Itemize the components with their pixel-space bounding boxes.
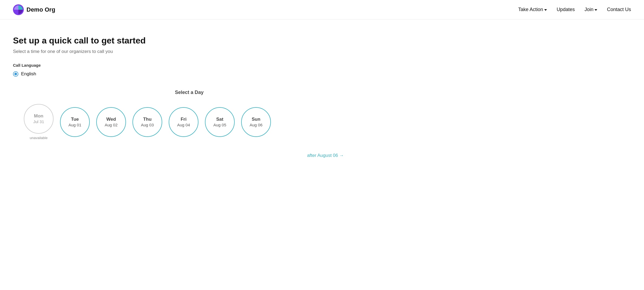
day-circle-mon-jul31: MonJul 31 — [24, 104, 54, 134]
language-option[interactable]: English — [13, 71, 366, 77]
day-date: Aug 06 — [250, 122, 263, 128]
days-container: MonJul 31unavailableTueAug 01WedAug 02Th… — [13, 104, 366, 140]
day-name: Fri — [181, 116, 187, 122]
updates-link[interactable]: Updates — [557, 7, 575, 12]
radio-inner-dot — [14, 73, 17, 75]
day-name: Mon — [34, 113, 44, 119]
after-link-container: after August 06 → — [13, 140, 366, 158]
day-date: Aug 05 — [213, 122, 226, 128]
chevron-down-icon — [544, 9, 547, 11]
day-date: Aug 04 — [177, 122, 190, 128]
day-item: ThuAug 03 — [132, 107, 162, 137]
day-item: SunAug 06 — [241, 107, 271, 137]
nav-item-join[interactable]: Join — [585, 7, 597, 12]
page-subtitle: Select a time for one of our organizers … — [13, 49, 366, 54]
day-item: FriAug 04 — [169, 107, 198, 137]
nav-links: Take Action Updates Join Contact Us — [518, 7, 631, 12]
nav-item-updates[interactable]: Updates — [557, 7, 575, 12]
take-action-link[interactable]: Take Action — [518, 7, 547, 12]
nav-item-contact-us[interactable]: Contact Us — [607, 7, 631, 12]
language-radio[interactable] — [13, 71, 18, 77]
day-name: Sun — [252, 116, 260, 122]
day-circle-tue-aug01[interactable]: TueAug 01 — [60, 107, 90, 137]
nav-item-take-action[interactable]: Take Action — [518, 7, 547, 12]
main-content: Set up a quick call to get started Selec… — [0, 19, 379, 169]
day-circle-thu-aug03[interactable]: ThuAug 03 — [132, 107, 162, 137]
select-day-title: Select a Day — [13, 90, 366, 95]
day-item: WedAug 02 — [96, 107, 126, 137]
day-circle-sun-aug06[interactable]: SunAug 06 — [241, 107, 271, 137]
brand-link[interactable]: Demo Org — [13, 4, 55, 15]
page-title: Set up a quick call to get started — [13, 36, 366, 46]
day-circle-fri-aug04[interactable]: FriAug 04 — [169, 107, 198, 137]
join-link[interactable]: Join — [585, 7, 597, 12]
day-item: SatAug 05 — [205, 107, 235, 137]
brand-name: Demo Org — [26, 6, 55, 13]
day-name: Thu — [143, 116, 151, 122]
day-circle-wed-aug02[interactable]: WedAug 02 — [96, 107, 126, 137]
day-name: Sat — [216, 116, 223, 122]
day-name: Wed — [106, 116, 116, 122]
day-date: Aug 02 — [105, 122, 118, 128]
day-date: Aug 01 — [68, 122, 81, 128]
language-text: English — [21, 71, 36, 77]
contact-us-link[interactable]: Contact Us — [607, 7, 631, 12]
logo-icon — [13, 4, 24, 15]
day-status: unavailable — [30, 136, 48, 140]
chevron-down-icon — [595, 9, 597, 11]
call-language-label: Call Language — [13, 63, 366, 68]
navbar: Demo Org Take Action Updates Join Contac… — [0, 0, 644, 19]
day-date: Aug 03 — [141, 122, 154, 128]
day-item: TueAug 01 — [60, 107, 90, 137]
day-item: MonJul 31unavailable — [24, 104, 54, 140]
day-name: Tue — [71, 116, 79, 122]
day-circle-sat-aug05[interactable]: SatAug 05 — [205, 107, 235, 137]
after-date-link[interactable]: after August 06 → — [307, 153, 344, 158]
day-date: Jul 31 — [33, 119, 44, 124]
